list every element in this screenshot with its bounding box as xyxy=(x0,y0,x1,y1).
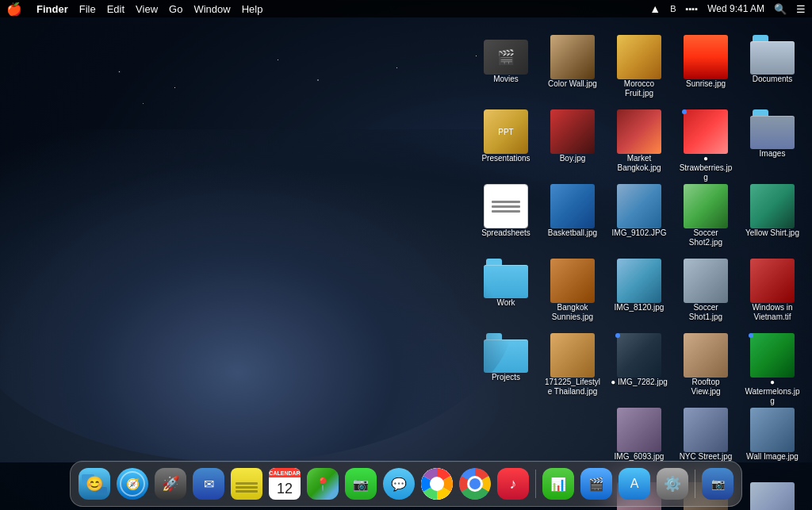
search-icon[interactable]: 🔍 xyxy=(774,3,787,15)
icon-soccer2[interactable]: Soccer Shot2.jpg xyxy=(674,181,737,252)
menubar: 🍎 Finder File Edit View Go Window Help ▲… xyxy=(0,0,812,17)
dock-photos[interactable] xyxy=(419,466,454,501)
icon-label-strawberries: ● Strawberries.jpg xyxy=(677,154,734,182)
dock-facetime[interactable]: 📷 xyxy=(343,466,378,501)
icon-watermelons[interactable]: ● Watermelons.jpg xyxy=(741,330,804,401)
svg-point-4 xyxy=(469,478,481,489)
dock-numbers[interactable]: 📊 xyxy=(541,466,576,501)
icon-label-documents: Documents xyxy=(753,75,793,84)
dock: 😊 🧭 🚀 ✉ xyxy=(70,461,742,507)
dock-chrome[interactable] xyxy=(458,466,492,501)
svg-point-1 xyxy=(430,477,444,491)
icon-morocco-fruit[interactable]: Morocco Fruit.jpg xyxy=(607,32,671,103)
menu-file[interactable]: File xyxy=(79,3,96,15)
icon-sunrise[interactable]: Sunrise.jpg xyxy=(674,32,737,103)
battery-icon: ▪▪▪▪ xyxy=(686,4,699,13)
icon-img9102[interactable]: IMG_9102.JPG xyxy=(607,181,671,252)
icon-presentations[interactable]: PPT Presentations xyxy=(474,106,538,178)
notification-icon[interactable]: ☰ xyxy=(796,3,806,15)
menu-window[interactable]: Window xyxy=(193,3,230,15)
dock-music[interactable]: ♪ xyxy=(496,466,530,501)
dock-downloads[interactable]: 📷 xyxy=(700,466,735,501)
icon-label-rooftop: Rooftop View.jpg xyxy=(677,378,734,397)
menu-edit[interactable]: Edit xyxy=(107,3,124,15)
icon-images[interactable]: Images xyxy=(741,106,804,178)
icon-label-color-wall: Color Wall.jpg xyxy=(548,79,597,89)
icon-spreadsheets[interactable]: Spreadsheets xyxy=(474,181,538,252)
icon-work[interactable]: Work xyxy=(474,255,538,327)
icon-label-sunrise: Sunrise.jpg xyxy=(686,79,726,89)
icon-label-spreadsheets: Spreadsheets xyxy=(481,228,530,238)
icon-label-img7282: ● IMG_7282.jpg xyxy=(611,378,668,387)
icon-wall[interactable]: Wall Image.jpg xyxy=(741,405,804,476)
dock-maps[interactable]: 📍 xyxy=(305,466,340,501)
desktop-icons-container: 🎬 Movies Color Wall.jpg Morocco Fruit.jp… xyxy=(479,24,812,454)
icon-color-wall[interactable]: Color Wall.jpg xyxy=(541,32,604,103)
icon-label-bangkok-sunnies: Bangkok Sunnies.jpg xyxy=(544,303,601,322)
menu-left: 🍎 Finder File Edit View Go Window Help xyxy=(6,2,649,17)
icon-vietnamese[interactable]: Vietnamese Girl.tif xyxy=(741,479,804,510)
icon-label-market-bangkok: Market Bangkok.jpg xyxy=(611,154,668,173)
icon-bangkok-sunnies[interactable]: Bangkok Sunnies.jpg xyxy=(541,255,604,327)
icon-label-soccer1: Soccer Shot1.jpg xyxy=(677,303,734,322)
dock-separator xyxy=(535,470,536,498)
icon-market-bangkok[interactable]: Market Bangkok.jpg xyxy=(607,106,671,178)
icon-img7282[interactable]: ● IMG_7282.jpg xyxy=(607,330,671,401)
icon-label-boy: Boy.jpg xyxy=(560,154,586,163)
dock-launchpad[interactable]: 🚀 xyxy=(153,466,188,501)
icon-label-morocco-fruit: Morocco Fruit.jpg xyxy=(611,79,668,98)
icon-label-work: Work xyxy=(496,298,515,308)
clock: Wed 9:41 AM xyxy=(707,3,764,14)
dock-imovie[interactable]: 🎬 xyxy=(579,466,614,501)
icon-yellow-shirt[interactable]: Yellow Shirt.jpg xyxy=(741,181,804,252)
icon-lifestyle[interactable]: 171225_Lifestyle Thailand.jpg xyxy=(541,330,604,401)
desktop: 🍎 Finder File Edit View Go Window Help ▲… xyxy=(0,0,812,510)
icon-movies[interactable]: 🎬 Movies xyxy=(474,32,538,103)
dock-notes[interactable] xyxy=(229,466,264,501)
apple-menu[interactable]: 🍎 xyxy=(6,2,22,17)
bluetooth-icon: B xyxy=(670,4,676,13)
menu-right: ▲ B ▪▪▪▪ Wed 9:41 AM 🔍 ☰ xyxy=(649,2,806,15)
icon-label-soccer2: Soccer Shot2.jpg xyxy=(677,228,734,247)
icon-windows-vietnam[interactable]: Windows in Vietnam.tif xyxy=(741,255,804,327)
icon-label-yellow-shirt: Yellow Shirt.jpg xyxy=(745,228,799,238)
icon-strawberries[interactable]: ● Strawberries.jpg xyxy=(674,106,737,178)
icon-label-images: Images xyxy=(760,149,786,159)
dock-system-preferences[interactable]: ⚙️ xyxy=(655,466,690,501)
dock-safari[interactable]: 🧭 xyxy=(115,466,150,501)
menu-help[interactable]: Help xyxy=(242,3,263,15)
dock-calendar[interactable]: CALENDAR 12 xyxy=(267,466,302,501)
dock-separator-2 xyxy=(695,470,695,498)
icon-label-movies: Movies xyxy=(493,75,519,84)
dock-appstore[interactable]: A xyxy=(617,466,652,501)
dock-airmail[interactable]: ✉ xyxy=(191,466,226,501)
icon-label-wall: Wall Image.jpg xyxy=(746,452,799,462)
icon-label-projects: Projects xyxy=(492,373,520,382)
icon-label-presentations: Presentations xyxy=(481,154,530,163)
icon-rooftop[interactable]: Rooftop View.jpg xyxy=(674,330,737,401)
dock-messages[interactable]: 💬 xyxy=(381,466,416,501)
icon-label-img8120: IMG_8120.jpg xyxy=(615,303,665,313)
menu-finder[interactable]: Finder xyxy=(36,3,68,15)
menu-go[interactable]: Go xyxy=(169,3,182,15)
icon-boy[interactable]: Boy.jpg xyxy=(541,106,604,178)
menu-view[interactable]: View xyxy=(136,3,158,15)
icon-projects[interactable]: Projects xyxy=(474,330,538,401)
icon-label-lifestyle: 171225_Lifestyle Thailand.jpg xyxy=(544,378,601,397)
dock-finder[interactable]: 😊 xyxy=(77,466,112,501)
icon-soccer1[interactable]: Soccer Shot1.jpg xyxy=(674,255,737,327)
icon-documents[interactable]: Documents xyxy=(741,32,804,103)
icon-label-basketball: Basketball.jpg xyxy=(548,228,597,238)
icon-label-img9102: IMG_9102.JPG xyxy=(612,228,667,238)
icon-label-windows-vietnam: Windows in Vietnam.tif xyxy=(744,303,801,322)
icon-img8120[interactable]: IMG_8120.jpg xyxy=(607,255,671,327)
icon-label-watermelons: ● Watermelons.jpg xyxy=(744,378,801,406)
icon-basketball[interactable]: Basketball.jpg xyxy=(541,181,604,252)
wifi-icon: ▲ xyxy=(649,2,661,15)
